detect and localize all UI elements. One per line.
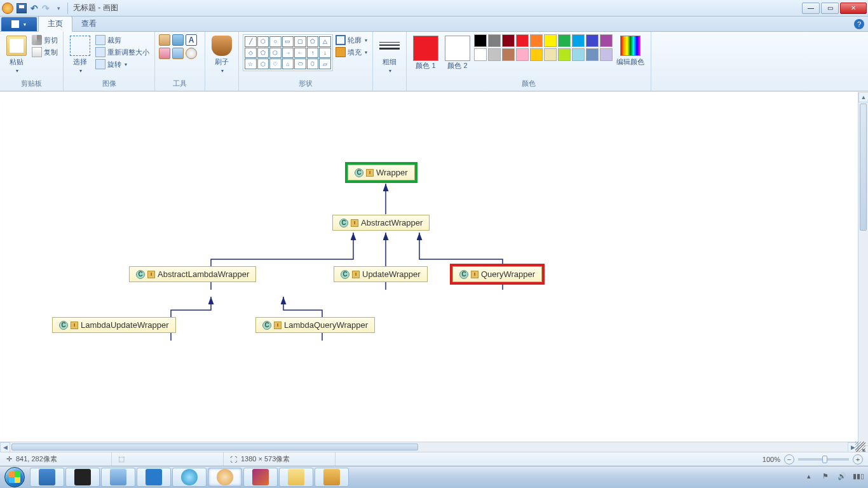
paint-icon <box>217 469 233 485</box>
palette-swatch[interactable] <box>516 48 529 61</box>
taskbar-app-paint[interactable] <box>208 468 242 487</box>
canvas-viewport: CIWrapper CIAbstractWrapper CIAbstractLa… <box>0 92 868 452</box>
vscroll-thumb[interactable] <box>860 104 867 231</box>
taskbar-app-intellij[interactable] <box>243 468 278 487</box>
selection-icon: ⬚ <box>118 455 125 463</box>
palette-swatch[interactable] <box>544 34 557 47</box>
shape-outline-button[interactable]: 轮廓 <box>334 34 369 46</box>
hscroll-thumb[interactable] <box>11 444 418 451</box>
zoom-out-button[interactable]: − <box>784 454 794 464</box>
rotate-button[interactable]: 旋转 <box>94 58 151 70</box>
word-icon <box>39 469 55 485</box>
color2-button[interactable]: 颜色 2 <box>442 34 473 71</box>
dolphin-icon <box>110 469 126 485</box>
select-button[interactable]: 选择 <box>67 34 93 75</box>
select-icon <box>70 36 90 56</box>
statusbar: ✛841, 282像素 ⬚ ⛶1380 × 573像素 100% − + <box>0 452 868 466</box>
vbox-icon <box>323 469 340 485</box>
redo-icon[interactable]: ↷ <box>41 3 51 13</box>
scroll-left-icon[interactable]: ◀ <box>0 442 10 452</box>
text-tool[interactable]: A <box>186 34 197 46</box>
intellij-icon <box>252 469 269 485</box>
palette-swatch[interactable] <box>474 48 487 61</box>
palette-swatch[interactable] <box>558 48 571 61</box>
speaker-icon[interactable]: 🔊 <box>837 472 848 482</box>
magnifier-tool[interactable] <box>186 48 197 59</box>
help-icon[interactable]: ? <box>854 19 864 29</box>
qat-customize-icon[interactable]: ▾ <box>52 2 65 15</box>
palette-swatch[interactable] <box>502 34 515 47</box>
start-button[interactable] <box>0 466 29 489</box>
status-cursor: ✛841, 282像素 <box>0 452 112 466</box>
taskbar-app-dolphin[interactable] <box>101 468 135 487</box>
palette-swatch[interactable] <box>586 34 599 47</box>
brushes-button[interactable]: 刷子 <box>209 34 234 75</box>
node-update-wrapper: CIUpdateWrapper <box>334 266 428 282</box>
tray-chevron-icon[interactable]: ▴ <box>807 472 817 482</box>
palette-swatch[interactable] <box>502 48 515 61</box>
paste-label: 粘贴 <box>10 57 24 67</box>
stroke-icon <box>379 36 400 56</box>
canvas[interactable]: CIWrapper CIAbstractWrapper CIAbstractLa… <box>4 96 868 452</box>
brush-icon <box>212 36 232 56</box>
taskbar-app-ie[interactable] <box>172 468 207 487</box>
restore-button[interactable]: ▭ <box>821 3 839 14</box>
pencil-tool[interactable] <box>159 34 170 46</box>
horizontal-scrollbar[interactable]: ◀ ▶ <box>0 442 858 452</box>
color-palette[interactable] <box>474 34 613 61</box>
zoom-slider[interactable] <box>798 458 849 461</box>
shape-fill-button[interactable]: 填充 <box>334 46 369 58</box>
resize-icon <box>95 47 105 57</box>
palette-swatch[interactable] <box>488 48 501 61</box>
palette-swatch[interactable] <box>530 34 543 47</box>
eraser-tool[interactable] <box>159 48 170 59</box>
titlebar: ↶ ↷ ▾ 无标题 - 画图 — ▭ ✕ <box>0 0 868 17</box>
outline-icon <box>336 35 346 45</box>
palette-swatch[interactable] <box>516 34 529 47</box>
palette-swatch[interactable] <box>572 48 585 61</box>
palette-swatch[interactable] <box>474 34 487 47</box>
palette-swatch[interactable] <box>488 34 501 47</box>
palette-swatch[interactable] <box>600 34 613 47</box>
palette-swatch[interactable] <box>600 48 613 61</box>
tab-view[interactable]: 查看 <box>72 17 105 31</box>
fill-tool[interactable] <box>172 34 184 46</box>
canvas-scroll[interactable]: CIWrapper CIAbstractWrapper CIAbstractLa… <box>0 92 868 452</box>
edit-colors-button[interactable]: 编辑颜色 <box>614 34 647 68</box>
palette-swatch[interactable] <box>530 48 543 61</box>
palette-swatch[interactable] <box>544 48 557 61</box>
save-icon[interactable] <box>15 2 28 15</box>
picker-tool[interactable] <box>172 48 184 59</box>
palette-swatch[interactable] <box>558 34 571 47</box>
cmd-icon <box>74 469 91 485</box>
zoom-in-button[interactable]: + <box>853 454 863 464</box>
crop-button[interactable]: 裁剪 <box>94 34 151 46</box>
cut-button[interactable]: 剪切 <box>31 34 59 46</box>
tab-home[interactable]: 主页 <box>38 16 72 32</box>
scroll-up-icon[interactable]: ▲ <box>858 92 868 102</box>
network-icon[interactable]: ▮▮▯ <box>853 472 863 482</box>
taskbar-app-vscode[interactable] <box>137 468 171 487</box>
undo-icon[interactable]: ↶ <box>29 3 39 13</box>
resize-grip[interactable] <box>855 442 865 452</box>
close-button[interactable]: ✕ <box>840 3 867 14</box>
file-menu-button[interactable] <box>1 17 37 31</box>
group-label: 剪贴板 <box>4 78 59 90</box>
taskbar-app-word[interactable] <box>30 468 64 487</box>
minimize-button[interactable]: — <box>802 3 820 14</box>
stroke-button[interactable]: 粗细 <box>377 34 402 75</box>
folder-icon <box>288 469 304 485</box>
flag-icon[interactable]: ⚑ <box>822 472 832 482</box>
vertical-scrollbar[interactable]: ▲ ▼ <box>858 92 868 456</box>
taskbar-app-vbox[interactable] <box>315 468 349 487</box>
copy-button[interactable]: 复制 <box>31 46 59 58</box>
resize-button[interactable]: 重新调整大小 <box>94 46 151 58</box>
app-icon[interactable] <box>1 2 14 15</box>
paste-button[interactable]: 粘贴 <box>4 34 29 75</box>
palette-swatch[interactable] <box>572 34 585 47</box>
palette-swatch[interactable] <box>586 48 599 61</box>
color1-button[interactable]: 颜色 1 <box>410 34 441 71</box>
shapes-gallery[interactable]: ╱⬡○▭▢⬠△ ◇⬠⬡→←↑↓ ☆⬡♡⌂⬭⬯▱ <box>243 34 333 71</box>
taskbar-app-cmd[interactable] <box>65 468 100 487</box>
taskbar-app-explorer[interactable] <box>279 468 313 487</box>
